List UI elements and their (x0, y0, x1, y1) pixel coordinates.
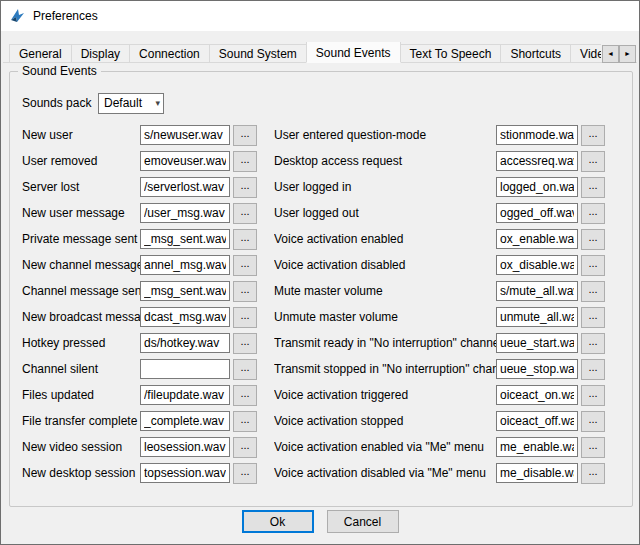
sound-event-label: Voice activation enabled (274, 232, 496, 246)
sound-event-label: Server lost (22, 180, 140, 194)
sound-event-row: New channel message ... (22, 252, 274, 278)
sound-file-input[interactable] (496, 151, 578, 171)
sound-event-row: Voice activation disabled via "Me" menu … (274, 460, 632, 486)
sound-event-label: User entered question-mode (274, 128, 496, 142)
sound-file-input[interactable] (496, 177, 578, 197)
tab-shortcuts[interactable]: Shortcuts (500, 44, 571, 63)
tab-general[interactable]: General (9, 44, 72, 63)
sound-file-input[interactable] (496, 437, 578, 457)
sound-event-label: New user (22, 128, 140, 142)
sound-file-input[interactable] (140, 151, 230, 171)
tab-sound-system[interactable]: Sound System (209, 44, 307, 63)
sound-file-input[interactable] (140, 359, 230, 379)
browse-button[interactable]: ... (233, 359, 257, 380)
sound-event-label: Voice activation disabled via "Me" menu (274, 466, 496, 480)
browse-button[interactable]: ... (581, 437, 605, 458)
browse-button[interactable]: ... (581, 411, 605, 432)
sound-event-row: User entered question-mode ... (274, 122, 632, 148)
browse-button[interactable]: ... (581, 463, 605, 484)
tab-bar: GeneralDisplayConnectionSound SystemSoun… (9, 42, 601, 63)
sound-file-input[interactable] (140, 281, 230, 301)
cancel-button[interactable]: Cancel (327, 510, 399, 533)
sound-file-input[interactable] (496, 463, 578, 483)
sound-event-row: User logged out ... (274, 200, 632, 226)
sound-file-input[interactable] (140, 307, 230, 327)
browse-button[interactable]: ... (581, 125, 605, 146)
browse-button[interactable]: ... (581, 333, 605, 354)
tab-display[interactable]: Display (71, 44, 130, 63)
browse-button[interactable]: ... (233, 411, 257, 432)
browse-button[interactable]: ... (233, 203, 257, 224)
sounds-pack-select[interactable]: Default ▾ (98, 93, 164, 114)
sound-file-input[interactable] (496, 281, 578, 301)
browse-button[interactable]: ... (581, 151, 605, 172)
sound-file-input[interactable] (140, 437, 230, 457)
tab-connection[interactable]: Connection (129, 44, 210, 63)
sound-event-row: New broadcast message ... (22, 304, 274, 330)
browse-button[interactable]: ... (233, 125, 257, 146)
sound-event-row: Transmit stopped in "No interruption" ch… (274, 356, 632, 382)
sound-event-row: Channel message sent ... (22, 278, 274, 304)
sound-file-input[interactable] (496, 333, 578, 353)
chevron-down-icon: ▾ (155, 98, 160, 108)
sound-file-input[interactable] (140, 385, 230, 405)
title-bar[interactable]: Preferences (1, 1, 639, 31)
sound-event-row: Voice activation disabled ... (274, 252, 632, 278)
browse-button[interactable]: ... (233, 463, 257, 484)
browse-button[interactable]: ... (581, 307, 605, 328)
app-icon (9, 7, 26, 24)
tab-text-to-speech[interactable]: Text To Speech (400, 44, 502, 63)
browse-button[interactable]: ... (233, 255, 257, 276)
tab-scroll-left-icon[interactable]: ◄ (602, 45, 619, 63)
tab-video[interactable]: Video (570, 44, 601, 63)
sound-event-row: Voice activation triggered ... (274, 382, 632, 408)
sound-event-label: Hotkey pressed (22, 336, 140, 350)
browse-button[interactable]: ... (233, 281, 257, 302)
sound-event-row: Desktop access request ... (274, 148, 632, 174)
sound-file-input[interactable] (496, 203, 578, 223)
browse-button[interactable]: ... (233, 333, 257, 354)
sound-event-label: Voice activation disabled (274, 258, 496, 272)
ok-button[interactable]: Ok (242, 510, 314, 533)
sound-file-input[interactable] (496, 229, 578, 249)
sound-file-input[interactable] (140, 255, 230, 275)
browse-button[interactable]: ... (233, 307, 257, 328)
sound-file-input[interactable] (496, 307, 578, 327)
sound-file-input[interactable] (496, 255, 578, 275)
sound-event-row: Channel silent ... (22, 356, 274, 382)
browse-button[interactable]: ... (581, 281, 605, 302)
browse-button[interactable]: ... (233, 385, 257, 406)
browse-button[interactable]: ... (233, 229, 257, 250)
browse-button[interactable]: ... (581, 255, 605, 276)
sound-file-input[interactable] (140, 333, 230, 353)
sound-event-columns: New user ... User removed ... Server los… (22, 122, 632, 486)
sound-event-label: Files updated (22, 388, 140, 402)
tab-sound-events[interactable]: Sound Events (306, 42, 401, 63)
sound-file-input[interactable] (140, 177, 230, 197)
sound-file-input[interactable] (496, 125, 578, 145)
sound-event-row: Transmit ready in "No interruption" chan… (274, 330, 632, 356)
sound-file-input[interactable] (140, 411, 230, 431)
browse-button[interactable]: ... (233, 437, 257, 458)
browse-button[interactable]: ... (581, 359, 605, 380)
browse-button[interactable]: ... (581, 385, 605, 406)
sound-event-label: Transmit ready in "No interruption" chan… (274, 336, 496, 350)
browse-button[interactable]: ... (581, 229, 605, 250)
sound-file-input[interactable] (496, 385, 578, 405)
sound-file-input[interactable] (496, 411, 578, 431)
sound-file-input[interactable] (140, 463, 230, 483)
browse-button[interactable]: ... (581, 203, 605, 224)
tab-scroll-right-icon[interactable]: ► (619, 45, 636, 63)
sound-event-row: Mute master volume ... (274, 278, 632, 304)
browse-button[interactable]: ... (233, 177, 257, 198)
sound-file-input[interactable] (140, 125, 230, 145)
sound-event-row: Unmute master volume ... (274, 304, 632, 330)
preferences-dialog: Preferences GeneralDisplayConnectionSoun… (0, 0, 640, 545)
sound-file-input[interactable] (496, 359, 578, 379)
browse-button[interactable]: ... (581, 177, 605, 198)
sound-event-row: Voice activation stopped ... (274, 408, 632, 434)
sound-event-label: New broadcast message (22, 310, 140, 324)
sound-file-input[interactable] (140, 203, 230, 223)
sound-file-input[interactable] (140, 229, 230, 249)
browse-button[interactable]: ... (233, 151, 257, 172)
